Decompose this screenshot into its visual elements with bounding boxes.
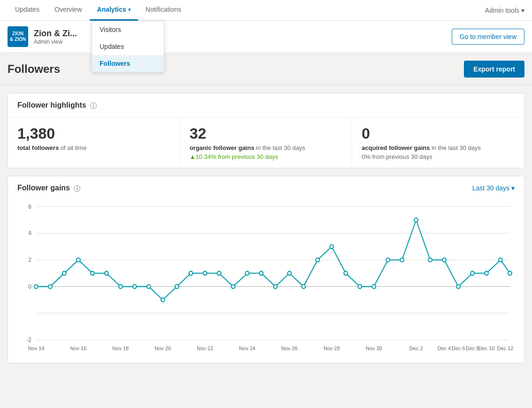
data-point (499, 258, 502, 262)
data-point (105, 271, 108, 275)
svg-text:2: 2 (28, 257, 31, 263)
chart-filter-label: Last 30 days (472, 184, 509, 192)
data-point (301, 284, 305, 288)
svg-text:Nov 30: Nov 30 (366, 345, 382, 351)
chart-title: Follower gains i (17, 184, 80, 192)
nav-updates[interactable]: Updates (8, 0, 47, 21)
svg-text:Dec 6: Dec 6 (452, 345, 465, 351)
data-point (414, 218, 418, 222)
dropdown-visitors[interactable]: Visitors (92, 21, 164, 38)
data-point (372, 284, 376, 288)
analytics-dropdown-arrow: ▾ (128, 7, 131, 12)
follower-highlights-info-icon[interactable]: i (90, 102, 97, 109)
acquired-gains-change: 0% from previous 30 days (362, 153, 515, 160)
follower-gains-card: Follower gains i Last 30 days ▾ 6 4 2 (8, 176, 524, 363)
data-point (442, 258, 446, 262)
data-point (175, 284, 179, 288)
svg-text:Nov 18: Nov 18 (112, 345, 129, 351)
svg-text:0: 0 (28, 283, 31, 290)
logo-line2: & ZION (10, 37, 26, 42)
dropdown-followers[interactable]: Followers (92, 55, 164, 72)
member-view-button[interactable]: Go to member view (452, 29, 524, 45)
data-point (400, 258, 404, 262)
data-point (189, 271, 193, 275)
data-point (62, 271, 66, 275)
analytics-dropdown-menu: Visitors Updates Followers (92, 21, 164, 72)
svg-text:Dec 8: Dec 8 (466, 345, 479, 351)
svg-text:Dec 10: Dec 10 (478, 345, 495, 351)
organic-gains-number: 32 (190, 125, 343, 142)
data-point (428, 258, 432, 262)
data-point (217, 271, 221, 275)
data-point (77, 258, 80, 262)
data-point (344, 271, 347, 275)
data-point (287, 271, 291, 275)
nav-notifications[interactable]: Notifications (138, 0, 189, 21)
follower-highlights-title: Follower highlights (17, 101, 86, 109)
acquired-gains-item: 0 acquired follower gains in the last 30… (352, 118, 524, 168)
svg-text:4: 4 (28, 230, 31, 236)
nav-analytics[interactable]: Analytics ▾ (90, 0, 138, 21)
follower-gains-chart: 6 4 2 0 -2 (17, 197, 515, 357)
svg-text:Dec 2: Dec 2 (409, 345, 423, 351)
total-followers-label: total followers of all time (17, 144, 170, 151)
highlights-grid: 1,380 total followers of all time 32 org… (8, 118, 524, 168)
data-point (330, 244, 333, 248)
chart-container: 6 4 2 0 -2 (8, 192, 524, 363)
organic-gains-change-rest: from previous 30 days (216, 153, 278, 160)
total-followers-number: 1,380 (17, 125, 170, 142)
data-point (316, 258, 319, 262)
total-followers-bold: total followers (17, 144, 59, 151)
admin-tools[interactable]: Admin tools ▾ (485, 7, 524, 14)
data-point (246, 271, 249, 275)
data-point (147, 284, 151, 288)
svg-text:Nov 22: Nov 22 (197, 345, 213, 351)
brand-bar: ZION & ZION Zion & Zi... Admin view Go t… (0, 21, 532, 53)
main-content: Follower highlights i 1,380 total follow… (0, 86, 532, 378)
admin-tools-arrow: ▾ (521, 7, 524, 14)
acquired-gains-rest: in the last 30 days (430, 144, 481, 151)
svg-text:Nov 26: Nov 26 (281, 345, 298, 351)
data-point (119, 284, 123, 288)
page-header: Followers Export report (0, 53, 532, 86)
data-point (91, 271, 94, 275)
admin-tools-label: Admin tools (485, 7, 519, 14)
svg-text:Nov 20: Nov 20 (154, 345, 171, 351)
export-report-button[interactable]: Export report (464, 61, 524, 78)
brand-info: Zion & Zi... Admin view (34, 29, 77, 45)
nav-overview[interactable]: Overview (47, 0, 89, 21)
organic-gains-arrow: ▲ (190, 153, 196, 160)
chart-header: Follower gains i Last 30 days ▾ (8, 176, 524, 192)
nav-analytics-label: Analytics (97, 6, 126, 13)
svg-text:Nov 24: Nov 24 (239, 345, 255, 351)
chart-filter-arrow: ▾ (511, 184, 515, 192)
svg-text:6: 6 (28, 204, 31, 210)
data-point (358, 284, 362, 288)
data-point (508, 271, 512, 275)
page-title: Followers (8, 63, 60, 76)
organic-gains-pct: 10.34% (196, 153, 216, 160)
brand-logo: ZION & ZION (8, 26, 28, 47)
data-point (386, 258, 390, 262)
data-point (133, 284, 137, 288)
chart-info-icon[interactable]: i (74, 185, 80, 192)
data-point (48, 284, 52, 288)
svg-text:Dec 4: Dec 4 (438, 345, 451, 351)
data-point (203, 271, 207, 275)
dropdown-updates[interactable]: Updates (92, 38, 164, 55)
data-point (34, 284, 38, 288)
logo-line1: ZION (12, 31, 23, 37)
organic-gains-bold: organic follower gains (190, 144, 254, 151)
brand-sub: Admin view (34, 39, 77, 45)
organic-gains-label: organic follower gains in the last 30 da… (190, 144, 343, 151)
total-followers-rest: of all time (59, 144, 86, 151)
data-point (161, 298, 165, 302)
data-point (273, 284, 277, 288)
chart-filter-button[interactable]: Last 30 days ▾ (472, 184, 515, 192)
data-point (231, 284, 235, 288)
acquired-gains-label: acquired follower gains in the last 30 d… (362, 144, 515, 151)
data-point (260, 271, 263, 275)
total-followers-item: 1,380 total followers of all time (8, 118, 180, 168)
svg-text:Nov 16: Nov 16 (70, 345, 86, 351)
follower-highlights-header: Follower highlights i (8, 94, 524, 118)
